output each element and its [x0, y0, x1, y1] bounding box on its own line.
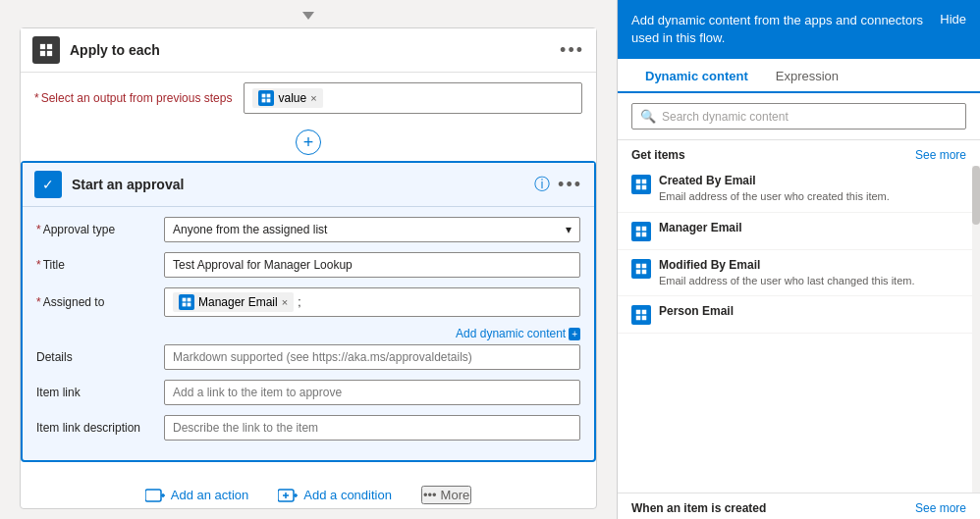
list-item[interactable]: Manager Email — [618, 213, 980, 250]
form-row-item-link: Item link — [36, 380, 580, 405]
scrollbar-thumb[interactable] — [972, 166, 980, 225]
panel-header-text: Add dynamic content from the apps and co… — [631, 12, 940, 47]
panel-header: Add dynamic content from the apps and co… — [618, 0, 980, 59]
apply-icon — [32, 36, 60, 64]
title-label: *Title — [36, 258, 164, 272]
value-tag: value × — [252, 88, 322, 108]
svg-rect-30 — [636, 269, 641, 274]
apply-header-menu[interactable]: ••• — [560, 40, 584, 61]
approval-menu[interactable]: ••• — [558, 175, 582, 195]
form-row-assigned: *Assigned to Manager Email × ; — [36, 287, 580, 317]
item-icon — [631, 305, 651, 325]
item-icon — [631, 259, 651, 279]
svg-rect-31 — [642, 269, 647, 274]
approval-type-select[interactable]: Anyone from the assigned list ▾ — [164, 217, 580, 242]
svg-rect-8 — [183, 298, 187, 302]
svg-rect-20 — [636, 180, 641, 184]
svg-rect-7 — [267, 99, 271, 103]
item-content: Person Email — [659, 304, 966, 320]
add-plus-area: + — [21, 124, 596, 161]
approval-header-actions: ⓘ ••• — [534, 175, 582, 195]
approval-card: ✓ Start an approval ⓘ ••• *Approval type… — [21, 161, 596, 462]
svg-rect-0 — [40, 44, 45, 49]
item-title: Manager Email — [659, 221, 966, 234]
search-box[interactable]: 🔍 — [631, 103, 966, 130]
add-action-button[interactable]: Add an action — [145, 488, 249, 503]
assigned-tags-container[interactable]: Manager Email × ; — [164, 287, 580, 317]
manager-email-tag: Manager Email × — [173, 292, 294, 312]
title-input[interactable] — [164, 252, 580, 278]
list-item[interactable]: Person Email — [618, 296, 980, 334]
card-footer: Add an action Add a condition ••• More — [21, 472, 596, 508]
svg-rect-11 — [188, 303, 191, 307]
add-condition-label: Add a condition — [303, 488, 392, 502]
manager-email-tag-close[interactable]: × — [282, 296, 288, 308]
svg-rect-10 — [183, 303, 187, 307]
add-dynamic-content-link[interactable]: Add dynamic content + — [456, 327, 580, 340]
svg-rect-28 — [636, 263, 641, 268]
svg-rect-12 — [145, 490, 161, 501]
svg-rect-29 — [642, 263, 647, 268]
approval-type-select-container[interactable]: Anyone from the assigned list ▾ — [164, 217, 580, 242]
tab-dynamic-content[interactable]: Dynamic content — [631, 59, 762, 93]
item-title: Created By Email — [659, 174, 966, 187]
plus-button[interactable]: + — [296, 130, 321, 155]
form-row-item-link-desc: Item link description — [36, 415, 580, 441]
form-row-approval-type: *Approval type Anyone from the assigned … — [36, 217, 580, 242]
svg-rect-21 — [642, 180, 647, 184]
section-get-items-see-more[interactable]: See more — [915, 148, 966, 162]
info-icon[interactable]: ⓘ — [534, 175, 550, 195]
panel-search: 🔍 — [618, 93, 980, 140]
plus-icon-small: + — [569, 328, 580, 340]
svg-rect-22 — [636, 185, 641, 190]
item-link-input[interactable] — [164, 380, 580, 405]
panel-items-list: Created By Email Email address of the us… — [618, 166, 980, 493]
value-tag-icon — [258, 90, 274, 106]
value-tag-container[interactable]: value × — [244, 82, 582, 114]
panel-section-header-get-items: Get items See more — [618, 140, 980, 166]
item-link-desc-label: Item link description — [36, 421, 164, 435]
manager-tag-icon — [179, 294, 194, 310]
required-star: * — [34, 91, 39, 105]
right-panel: Add dynamic content from the apps and co… — [617, 0, 980, 519]
add-condition-icon — [278, 488, 298, 503]
panel-hide-button[interactable]: Hide — [940, 12, 966, 26]
approval-header: ✓ Start an approval ⓘ ••• — [23, 163, 594, 207]
svg-rect-35 — [642, 316, 647, 321]
approval-form-body: *Approval type Anyone from the assigned … — [23, 207, 594, 460]
value-tag-close[interactable]: × — [310, 92, 316, 104]
item-link-desc-input[interactable] — [164, 415, 580, 441]
svg-rect-1 — [47, 44, 52, 49]
add-action-icon — [145, 488, 165, 503]
add-condition-button[interactable]: Add a condition — [278, 488, 392, 503]
bottom-see-more[interactable]: See more — [915, 501, 966, 515]
svg-rect-24 — [636, 226, 641, 231]
panel-bottom-title: When an item is created — [631, 501, 766, 515]
more-label: More — [441, 488, 470, 502]
item-title: Person Email — [659, 304, 966, 318]
value-tag-text: value — [278, 91, 306, 105]
svg-rect-5 — [267, 94, 271, 98]
svg-rect-2 — [40, 51, 45, 56]
panel-bottom-section: When an item is created See more — [618, 493, 980, 519]
details-input[interactable] — [164, 344, 580, 370]
item-desc: Email address of the user who created th… — [659, 189, 966, 203]
tab-expression[interactable]: Expression — [762, 59, 852, 93]
required-star: * — [36, 295, 41, 309]
item-desc: Email address of the user who last chang… — [659, 274, 966, 287]
list-item[interactable]: Created By Email Email address of the us… — [618, 166, 980, 212]
more-button[interactable]: ••• More — [421, 486, 471, 504]
search-input[interactable] — [662, 110, 957, 124]
svg-rect-33 — [642, 310, 647, 315]
scrollbar-track — [972, 166, 980, 493]
list-item[interactable]: Modified By Email Email address of the u… — [618, 250, 980, 296]
add-action-label: Add an action — [171, 488, 249, 502]
item-content: Created By Email Email address of the us… — [659, 174, 966, 203]
svg-rect-3 — [47, 51, 52, 56]
select-output-row: *Select an output from previous steps va… — [21, 73, 596, 124]
svg-rect-4 — [262, 94, 266, 98]
svg-rect-6 — [262, 99, 266, 103]
item-content: Modified By Email Email address of the u… — [659, 258, 966, 287]
select-output-label: *Select an output from previous steps — [34, 91, 234, 105]
svg-rect-26 — [636, 232, 641, 236]
